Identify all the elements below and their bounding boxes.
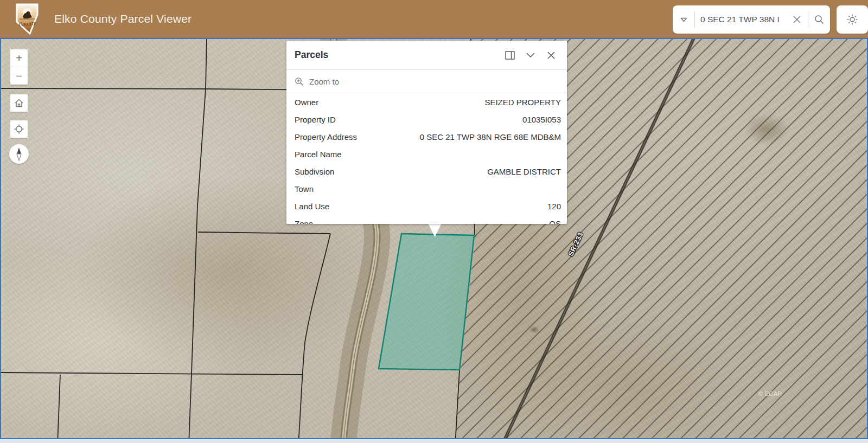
attribute-row: Subdivsion GAMBLE DISTRICT — [286, 163, 567, 180]
attribute-row: Parcel Name — [286, 145, 567, 163]
attribute-value: 120 — [329, 202, 561, 211]
popup-title: Parcels — [295, 49, 500, 61]
attribute-row: Property ID 01035I053 — [286, 111, 567, 128]
home-icon — [14, 98, 24, 108]
locate-button[interactable] — [10, 120, 28, 138]
attribute-label: Subdivsion — [295, 167, 334, 176]
close-button[interactable] — [541, 45, 561, 66]
attribute-label: Parcel Name — [295, 150, 342, 159]
attribute-value: 0 SEC 21 TWP 38N RGE 68E MDB&M — [357, 132, 561, 142]
compass-button[interactable] — [9, 144, 29, 164]
attribute-value: GAMBLE DISTRICT — [334, 167, 561, 176]
attribute-row: Property Address 0 SEC 21 TWP 38N RGE 68… — [286, 128, 567, 145]
popup-header: Parcels — [286, 41, 567, 69]
zoom-widget: + − — [10, 49, 28, 85]
compass-needle-icon — [14, 147, 24, 161]
selected-parcel-polygon[interactable] — [379, 234, 474, 370]
attribute-row: Land Use 120 — [286, 197, 567, 215]
attribute-value: OS — [313, 219, 561, 224]
close-icon — [547, 52, 555, 59]
attribute-table: Owner SEIZED PROPERTY Property ID 01035I… — [286, 93, 567, 224]
clear-x-icon — [793, 16, 801, 23]
dock-button[interactable] — [500, 45, 520, 66]
attribute-label: Owner — [295, 98, 318, 107]
search-submit-button[interactable] — [808, 5, 830, 34]
app-title: Elko County Parcel Viewer — [54, 0, 192, 38]
dropdown-triangle-icon — [680, 17, 687, 22]
parcel-popup: Parcels Zoom to Owner SEIZ — [286, 41, 567, 224]
county-logo: County — [14, 3, 41, 35]
zoom-in-button[interactable]: + — [10, 49, 28, 67]
attribute-label: Property ID — [295, 115, 336, 124]
search-clear-button[interactable] — [786, 5, 808, 34]
collapse-button[interactable] — [520, 45, 541, 66]
dock-icon — [505, 51, 515, 60]
attribute-value: 01035I053 — [336, 115, 561, 124]
theme-toggle-button[interactable] — [837, 5, 868, 34]
zoom-to-icon — [295, 77, 304, 86]
search-icon — [814, 15, 824, 24]
brightness-icon — [846, 14, 858, 25]
attribute-label: Town — [295, 184, 314, 194]
zoom-to-action[interactable]: Zoom to — [286, 70, 567, 93]
zoom-out-button[interactable]: − — [10, 67, 28, 85]
app-header: County Elko County Parcel Viewer 0 SEC 2… — [0, 0, 868, 38]
attribute-label: Land Use — [295, 202, 329, 211]
search-input[interactable]: 0 SEC 21 TWP 38N I — [695, 15, 786, 24]
map-attribution: © ECAR — [758, 390, 782, 397]
attribute-value: SEIZED PROPERTY — [318, 98, 561, 107]
search-source-dropdown[interactable] — [673, 5, 694, 34]
chevron-down-icon — [526, 53, 535, 57]
home-button[interactable] — [10, 94, 28, 112]
zoom-to-label: Zoom to — [309, 77, 339, 86]
attribute-label: Property Address — [295, 132, 357, 142]
locate-icon — [14, 124, 24, 134]
search-box: 0 SEC 21 TWP 38N I — [673, 5, 830, 34]
attribute-label: Zone — [295, 219, 313, 224]
attribute-row: Owner SEIZED PROPERTY — [286, 93, 567, 111]
attribute-row: Zone OS — [286, 215, 567, 224]
attribute-row: Town — [286, 180, 567, 197]
